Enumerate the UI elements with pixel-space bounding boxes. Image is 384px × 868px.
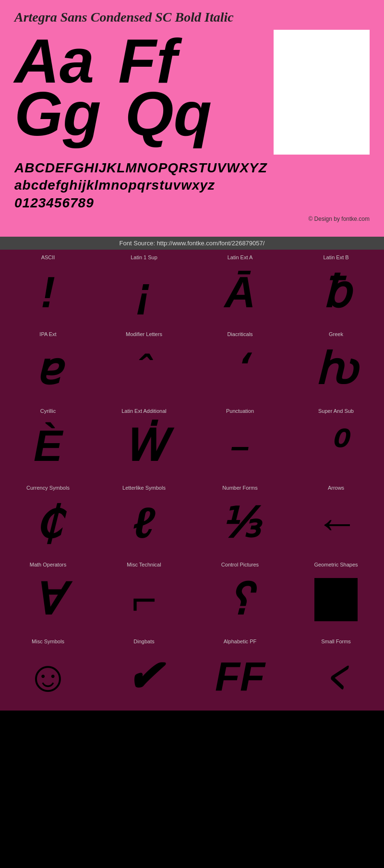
alphabet-upper: ABCDEFGHIJKLMNOPQRSTUVWXYZ [14,159,370,177]
copyright: © Design by fontke.com [14,216,370,222]
glyph-char: ⅓ [194,493,286,553]
font-title: Artegra Sans Condensed SC Bold Italic [14,10,370,25]
glyph-cell: Dingbats✔ [96,634,192,711]
glyph-cell: Misc Technical⌐ [96,557,192,634]
glyph-character: ℓ [133,501,155,544]
glyph-cell: Diacriticalsʻ [192,326,288,403]
glyph-character: ∀ [33,578,63,621]
glyph-grid: ASCII!Latin 1 Sup¡Latin Ext AĀLatin Ext … [0,250,384,711]
font-source-bar: Font Source: http://www.fontke.com/font/… [0,237,384,250]
glyph-cell: Math Operators∀ [0,557,96,634]
glyph-cell: Super And Sub⁰ [288,403,384,480]
glyph-label: Latin Ext A [228,254,253,260]
glyph-label: Alphabetic PF [224,639,256,644]
dark-section: Font Source: http://www.fontke.com/font/… [0,237,384,711]
glyph-label: Latin Ext B [323,254,348,260]
glyph-character: FF [215,656,265,697]
glyph-label: Number Forms [222,485,257,491]
glyph-character: ☺ [26,655,70,698]
glyph-label: Super And Sub [318,408,354,414]
glyph-character: ʻ [234,350,246,388]
glyph-label: Math Operators [30,562,66,567]
glyph-character: ﹤ [316,656,357,697]
glyph-cell: Small Forms﹤ [288,634,384,711]
glyph-label: ASCII [41,254,55,260]
glyph-character: ✔ [126,655,162,698]
glyph-cell: Latin 1 Sup¡ [96,250,192,326]
glyph-character: – [231,429,250,463]
glyph-char: ∀ [2,569,94,630]
glyph-character: ₵ [35,501,62,544]
glyph-character: ← [314,501,358,544]
glyph-label: Small Forms [321,639,351,644]
glyph-cell: Greekƕ [288,326,384,403]
glyph-char: ⁰ [290,416,382,476]
glyph-char: ƕ [290,339,382,399]
glyph-label: Cyrillic [40,408,56,414]
glyph-label: Currency Symbols [26,485,70,491]
glyph-char: ɐ [2,339,94,399]
glyph-cell: Number Forms⅓ [192,480,288,557]
glyph-character: Ā [225,271,256,314]
glyph-label: Geometric Shapes [314,562,358,567]
glyph-cell: Latin Ext AĀ [192,250,288,326]
glyph-character: Ẇ [123,424,166,468]
glyph-char: ⌐ [98,569,190,630]
glyph-label: Arrows [328,485,344,491]
glyph-character: È [34,424,62,468]
glyph-char: Ā [194,262,286,323]
pink-header-section: Artegra Sans Condensed SC Bold Italic Aa… [0,0,384,237]
glyph-char: ﹤ [290,646,382,707]
glyph-label: Control Pictures [221,562,259,567]
glyph-char: ℓ [98,493,190,553]
glyph-cell: Geometric Shapes [288,557,384,634]
glyph-character: ! [41,271,55,314]
glyph-label: Letterlike Symbols [122,485,166,491]
glyph-char: ¡ [98,262,190,323]
glyph-char: Ẇ [98,416,190,476]
glyph-char: ₵ [2,493,94,553]
glyph-char: ← [290,493,382,553]
glyph-cell: Modifier Lettersˆ [96,326,192,403]
glyph-cell: IPA Extɐ [0,326,96,403]
glyph-character: ⅓ [220,503,260,543]
glyph-character: ƀ [323,271,350,314]
glyph-character: ƕ [315,348,358,391]
glyph-label: Punctuation [226,408,254,414]
glyph-cell: Latin Ext AdditionalẆ [96,403,192,480]
glyph-label: Modifier Letters [126,331,162,337]
large-white-a: A [282,37,361,147]
glyph-cell: Currency Symbols₵ [0,480,96,557]
letter-pair-qq: Qq [125,83,212,145]
glyph-char: È [2,416,94,476]
glyph-character: ⌐ [132,578,157,621]
glyph-char: ☺ [2,646,94,707]
glyph-character: ¡ [137,271,151,314]
digits: 0123456789 [14,194,370,212]
glyph-cell: Control Pictures␦ [192,557,288,634]
glyph-char: ƀ [290,262,382,323]
alphabet-section: ABCDEFGHIJKLMNOPQRSTUVWXYZ abcdefghijklm… [14,159,370,212]
glyph-cell: Punctuation– [192,403,288,480]
glyph-char: ␦ [194,569,286,630]
glyph-char: ! [2,262,94,323]
glyph-character: ˆ [138,350,151,388]
glyph-char [290,569,382,630]
alphabet-lower: abcdefghijklmnopqrstuvwxyz [14,177,370,194]
glyph-cell: Letterlike Symbolsℓ [96,480,192,557]
glyph-cell: Latin Ext Bƀ [288,250,384,326]
glyph-char: – [194,416,286,476]
glyph-character: ɐ [35,348,61,391]
glyph-cell: Alphabetic PFFF [192,634,288,711]
glyph-label: Diacriticals [227,331,252,337]
glyph-label: Misc Symbols [32,639,64,644]
glyph-character: ␦ [223,578,257,621]
glyph-cell: ASCII! [0,250,96,326]
glyph-char: ʻ [194,339,286,399]
glyph-label: Greek [329,331,343,337]
glyph-label: Latin 1 Sup [131,254,157,260]
glyph-label: Latin Ext Additional [121,408,167,414]
glyph-cell: Misc Symbols☺ [0,634,96,711]
glyph-char: ˆ [98,339,190,399]
glyph-label: IPA Ext [39,331,56,337]
